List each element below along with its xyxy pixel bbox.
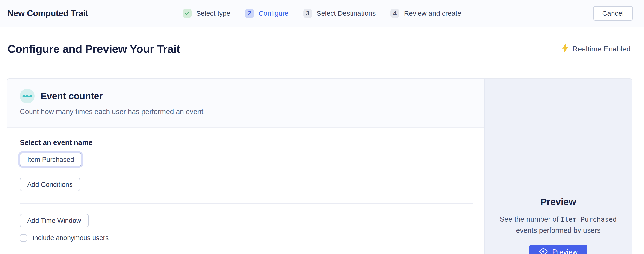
window-title: New Computed Trait xyxy=(8,9,88,18)
wizard-stepper: Select type 2 Configure 3 Select Destina… xyxy=(183,9,461,18)
preview-panel-description: See the number of Item Purchased events … xyxy=(498,214,618,236)
event-counter-dots-icon xyxy=(20,89,34,103)
page-title: Configure and Preview Your Trait xyxy=(8,43,180,55)
lightning-icon xyxy=(562,43,569,55)
step-label: Configure xyxy=(258,10,288,17)
form-divider xyxy=(20,203,472,204)
include-anonymous-checkbox[interactable] xyxy=(20,234,27,241)
include-anonymous-label: Include anonymous users xyxy=(32,234,108,242)
step-review-create[interactable]: 4 Review and create xyxy=(390,9,461,18)
step-label: Review and create xyxy=(404,10,461,17)
add-time-window-button[interactable]: Add Time Window xyxy=(20,214,88,227)
page-heading-row: Configure and Preview Your Trait Realtim… xyxy=(0,43,644,55)
step-select-destinations[interactable]: 3 Select Destinations xyxy=(303,9,376,18)
event-name-label: Select an event name xyxy=(20,139,472,147)
anonymous-users-row: Include anonymous users xyxy=(20,234,472,242)
realtime-badge-label: Realtime Enabled xyxy=(572,45,631,53)
cancel-button[interactable]: Cancel xyxy=(593,6,633,21)
step-number-badge: 3 xyxy=(303,9,312,18)
preview-panel: Preview See the number of Item Purchased… xyxy=(484,78,632,254)
trait-type-title: Event counter xyxy=(40,91,103,102)
add-conditions-button[interactable]: Add Conditions xyxy=(20,178,80,191)
step-number-badge: 4 xyxy=(390,9,399,18)
preview-description-prefix: See the number of xyxy=(500,215,560,223)
realtime-badge: Realtime Enabled xyxy=(562,43,631,55)
step-label: Select type xyxy=(196,10,230,17)
preview-button-label: Preview xyxy=(552,248,578,254)
top-bar: New Computed Trait Select type 2 Configu… xyxy=(0,0,644,27)
trait-config-card: Event counter Count how many times each … xyxy=(7,78,632,254)
preview-description-suffix: events performed by users xyxy=(516,226,600,234)
step-select-type[interactable]: Select type xyxy=(183,9,230,18)
check-icon xyxy=(183,9,192,18)
trait-type-description: Count how many times each user has perfo… xyxy=(20,108,472,116)
preview-panel-title: Preview xyxy=(485,196,632,207)
trait-type-header: Event counter Count how many times each … xyxy=(8,78,485,128)
step-label: Select Destinations xyxy=(317,10,376,17)
step-configure[interactable]: 2 Configure xyxy=(245,9,288,18)
preview-event-name: Item Purchased xyxy=(560,215,617,223)
preview-button[interactable]: Preview xyxy=(529,245,587,254)
trait-config-form: Select an event name Item Purchased Add … xyxy=(8,128,485,252)
event-name-select[interactable]: Item Purchased xyxy=(20,153,81,166)
eye-icon xyxy=(539,248,548,254)
step-number-badge: 2 xyxy=(245,9,254,18)
